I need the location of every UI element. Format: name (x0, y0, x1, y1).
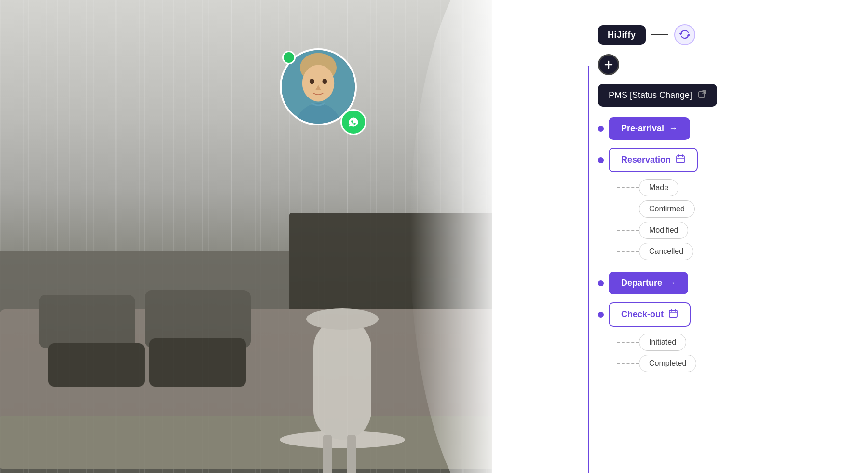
pre-arrival-label: Pre-arrival (621, 124, 664, 134)
checkout-label: Check-out (621, 309, 664, 320)
hijiffy-node: HiJiffy (574, 24, 695, 45)
checkout-button[interactable]: Check-out (609, 302, 691, 327)
hijiffy-badge: HiJiffy (598, 25, 646, 45)
add-node[interactable] (586, 54, 619, 75)
pms-node: PMS [Status Change] (574, 84, 717, 107)
checkout-node[interactable]: Check-out (574, 302, 691, 327)
sub-dashed-line (617, 187, 639, 188)
pre-arrival-button[interactable]: Pre-arrival → (609, 117, 690, 140)
pre-arrival-arrow: → (669, 124, 678, 134)
sub-item-modified[interactable]: Modified (617, 222, 695, 239)
whatsapp-badge (340, 109, 366, 135)
svg-rect-28 (323, 435, 332, 473)
checkout-sub-items: Initiated Completed (617, 334, 696, 372)
pms-badge: PMS [Status Change] (598, 84, 717, 107)
sync-icon[interactable] (674, 24, 695, 45)
sub-dashed-line (617, 209, 639, 209)
sub-item-initiated[interactable]: Initiated (617, 334, 696, 351)
sub-item-modified-label[interactable]: Modified (639, 222, 688, 239)
sub-item-cancelled-label[interactable]: Cancelled (639, 243, 693, 260)
reservation-button[interactable]: Reservation (609, 148, 698, 172)
svg-rect-22 (48, 343, 145, 387)
departure-node[interactable]: Departure → (574, 272, 688, 294)
svg-rect-20 (39, 295, 135, 348)
svg-point-32 (302, 65, 335, 101)
svg-rect-39 (677, 156, 684, 163)
photo-background (0, 0, 506, 473)
sub-item-confirmed[interactable]: Confirmed (617, 200, 695, 218)
pms-icon (698, 90, 706, 101)
sub-item-initiated-label[interactable]: Initiated (639, 334, 686, 351)
departure-button[interactable]: Departure → (609, 272, 688, 294)
reservation-calendar-icon (676, 154, 685, 166)
node-dot-pre-arrival (598, 126, 604, 132)
svg-rect-29 (347, 435, 356, 473)
departure-label: Departure (621, 278, 662, 288)
node-dot-departure (598, 280, 604, 286)
reservation-sub-items: Made Confirmed Modified Cancelled (617, 179, 695, 260)
reservation-label: Reservation (621, 155, 671, 165)
svg-point-34 (323, 79, 327, 84)
sub-item-made[interactable]: Made (617, 179, 695, 196)
svg-point-27 (306, 308, 379, 330)
svg-rect-43 (669, 310, 677, 317)
checkout-calendar-icon (668, 308, 678, 320)
add-button[interactable] (598, 54, 619, 75)
sub-dashed-line (617, 363, 639, 364)
svg-point-33 (310, 79, 314, 84)
departure-arrow: → (667, 278, 676, 288)
pms-label: PMS [Status Change] (609, 90, 692, 100)
sub-item-confirmed-label[interactable]: Confirmed (639, 200, 695, 218)
sub-dashed-line (617, 251, 639, 252)
sub-dashed-line (617, 342, 639, 343)
svg-rect-24 (0, 416, 506, 469)
user-avatar-section (280, 48, 366, 135)
pre-arrival-node[interactable]: Pre-arrival → (574, 117, 690, 140)
sub-item-cancelled[interactable]: Cancelled (617, 243, 695, 260)
node-dot-checkout (598, 312, 604, 318)
node-dot-reservation (598, 157, 604, 163)
sub-item-completed-label[interactable]: Completed (639, 355, 696, 372)
hijiffy-connector-line (651, 34, 668, 35)
workflow-section: HiJiffy (492, 0, 868, 473)
svg-rect-26 (313, 319, 371, 440)
sub-dashed-line (617, 230, 639, 231)
svg-rect-23 (149, 338, 246, 387)
online-indicator (282, 51, 296, 64)
sub-item-completed[interactable]: Completed (617, 355, 696, 372)
sub-item-made-label[interactable]: Made (639, 179, 678, 196)
reservation-node[interactable]: Reservation (574, 148, 698, 172)
